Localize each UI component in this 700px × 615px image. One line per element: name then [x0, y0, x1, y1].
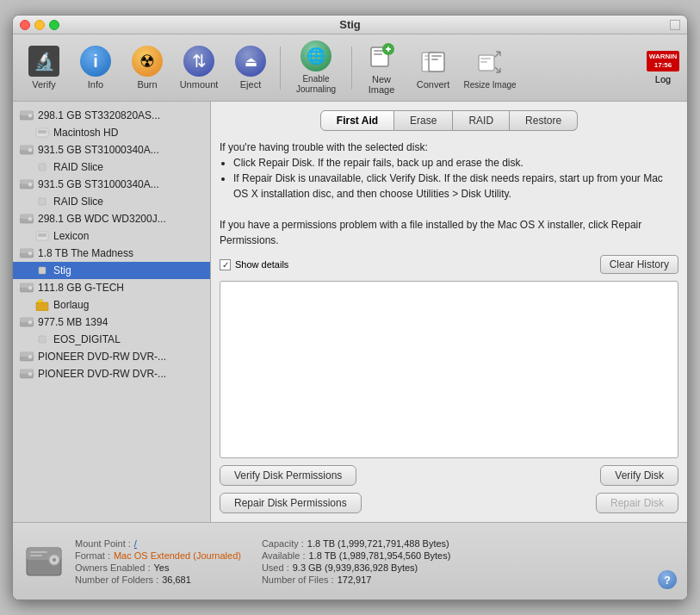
available-val: 1.8 TB (1,989,781,954,560 Bytes): [308, 550, 450, 561]
maximize-button[interactable]: [49, 20, 59, 30]
sidebar-item-label-raid-slice-1: RAID Slice: [53, 161, 103, 173]
verify-button[interactable]: 🔬 Verify: [20, 42, 68, 93]
svg-rect-55: [30, 551, 47, 553]
tab-restore[interactable]: Restore: [510, 110, 578, 131]
svg-point-35: [28, 252, 33, 256]
sidebar-item-disk6[interactable]: 977.5 MB 1394: [13, 314, 210, 331]
sidebar-item-icon-stig: [35, 264, 49, 277]
sidebar-item-icon-disk3: [20, 177, 34, 191]
log-badge: WARNIN17:56: [647, 51, 679, 72]
enable-journaling-icon: 🌐: [300, 40, 331, 71]
mount-point-row: Mount Point : /: [75, 538, 241, 549]
sidebar-item-disk2[interactable]: 931.5 GB ST31000340A...: [13, 141, 210, 158]
help-button[interactable]: ?: [658, 570, 677, 589]
available-key: Available :: [262, 550, 306, 561]
files-val: 172,917: [338, 575, 372, 585]
svg-rect-11: [431, 59, 438, 60]
sidebar-item-icon-eos-digital: [35, 332, 49, 346]
enable-journaling-button[interactable]: 🌐 Enable Journaling: [286, 37, 346, 98]
sidebar-item-label-borlaug: Borlaug: [53, 299, 89, 311]
eject-button[interactable]: ⏏ Eject: [226, 42, 275, 93]
show-details-checkbox[interactable]: ✓: [220, 259, 231, 270]
info-bar: Mount Point : / Format : Mac OS Extended…: [13, 522, 687, 599]
folders-key: Number of Folders :: [75, 575, 158, 585]
files-row: Number of Files : 172,917: [262, 575, 450, 585]
sidebar-item-label-disk2: 931.5 GB ST31000340A...: [38, 144, 159, 156]
tab-bar: First Aid Erase RAID Restore: [220, 110, 678, 131]
sidebar-item-icon-disk1: [20, 109, 34, 122]
svg-rect-10: [431, 55, 442, 57]
sidebar-item-lexicon[interactable]: Lexicon: [13, 227, 210, 245]
svg-rect-19: [38, 130, 46, 134]
svg-point-50: [28, 372, 33, 376]
tab-erase[interactable]: Erase: [394, 110, 453, 131]
sidebar-item-label-gtech: 111.8 GB G-TECH: [38, 282, 124, 294]
tab-raid[interactable]: RAID: [453, 110, 510, 131]
button-row-bottom: Repair Disk Permissions Repair Disk: [220, 493, 678, 513]
sidebar-item-label-disk5: 1.8 TB The Madness: [38, 247, 133, 259]
sidebar-item-stig[interactable]: Stig: [13, 262, 210, 279]
button-row-top: Verify Disk Permissions Verify Disk: [220, 465, 678, 486]
log-button[interactable]: WARNIN17:56 Log: [646, 51, 680, 85]
info-button[interactable]: i Info: [71, 42, 120, 93]
capacity-val: 1.8 TB (1,999,721,791,488 Bytes): [307, 538, 449, 549]
new-image-button[interactable]: New Image: [357, 37, 406, 98]
sidebar-item-gtech[interactable]: 111.8 GB G-TECH: [13, 279, 210, 296]
sidebar-item-pioneer1[interactable]: PIONEER DVD-RW DVR-...: [13, 348, 210, 365]
window-controls: [20, 20, 59, 30]
verify-disk-button[interactable]: Verify Disk: [600, 465, 678, 486]
svg-rect-13: [480, 58, 491, 59]
close-button[interactable]: [20, 20, 30, 30]
sidebar-item-pioneer2[interactable]: PIONEER DVD-RW DVR-...: [13, 365, 210, 382]
sidebar-item-icon-gtech: [20, 281, 34, 295]
convert-icon: [418, 46, 449, 77]
sidebar-item-label-raid-slice-2: RAID Slice: [53, 196, 103, 208]
used-val: 9.3 GB (9,939,836,928 Bytes): [293, 562, 418, 573]
resize-image-button[interactable]: Resize Image: [461, 43, 519, 93]
unmount-button[interactable]: ⇅ Unmount: [175, 42, 223, 93]
titlebar: Stig: [13, 16, 687, 34]
mount-point-val[interactable]: /: [134, 538, 137, 549]
firstaid-help-text: If you're having trouble with the select…: [220, 140, 678, 248]
owners-key: Owners Enabled :: [75, 562, 150, 573]
sidebar-item-raid-slice-2[interactable]: RAID Slice: [13, 193, 210, 210]
owners-val: Yes: [153, 562, 169, 573]
sidebar-item-disk4[interactable]: 298.1 GB WDC WD3200J...: [13, 210, 210, 227]
format-val: Mac OS Extended (Journaled): [114, 550, 241, 561]
svg-point-30: [28, 217, 33, 221]
used-row: Used : 9.3 GB (9,939,836,928 Bytes): [262, 562, 450, 573]
svg-rect-23: [39, 164, 46, 171]
repair-disk-permissions-button[interactable]: Repair Disk Permissions: [220, 493, 362, 513]
sidebar-item-macintosh-hd[interactable]: Macintosh HD: [13, 124, 210, 141]
info-col-right: Capacity : 1.8 TB (1,999,721,791,488 Byt…: [262, 538, 450, 585]
burn-icon: ☢: [132, 46, 163, 77]
sidebar-item-label-macintosh-hd: Macintosh HD: [53, 127, 118, 139]
svg-rect-36: [39, 267, 46, 274]
sidebar-item-raid-slice-1[interactable]: RAID Slice: [13, 158, 210, 176]
convert-button[interactable]: Convert: [409, 42, 457, 93]
sidebar-item-icon-disk4: [20, 212, 34, 226]
show-details-label: Show details: [235, 259, 288, 270]
minimize-button[interactable]: [34, 20, 45, 30]
show-details-left: ✓ Show details: [220, 259, 288, 270]
verify-disk-permissions-button[interactable]: Verify Disk Permissions: [220, 465, 356, 486]
sidebar-item-icon-raid-slice-1: [35, 160, 49, 174]
sidebar-item-eos-digital[interactable]: EOS_DIGITAL: [13, 331, 210, 348]
resize-image-icon: [474, 47, 505, 78]
burn-button[interactable]: ☢ Burn: [123, 42, 171, 93]
sidebar-item-borlaug[interactable]: Borlaug: [13, 296, 210, 314]
sidebar-item-disk3[interactable]: 931.5 GB ST31000340A...: [13, 176, 210, 193]
sidebar-item-disk5[interactable]: 1.8 TB The Madness: [13, 245, 210, 262]
clear-history-button[interactable]: Clear History: [600, 255, 678, 274]
tab-first-aid[interactable]: First Aid: [320, 110, 394, 131]
toolbar: 🔬 Verify i Info ☢ Burn ⇅ Unmount ⏏ Eject…: [13, 34, 687, 102]
files-key: Number of Files :: [262, 575, 334, 585]
svg-point-17: [28, 114, 33, 118]
sidebar-item-disk1[interactable]: 298.1 GB ST3320820AS...: [13, 107, 210, 124]
capacity-row: Capacity : 1.8 TB (1,999,721,791,488 Byt…: [262, 538, 450, 549]
sidebar-item-label-lexicon: Lexicon: [53, 230, 89, 242]
repair-disk-button[interactable]: Repair Disk: [596, 493, 678, 513]
format-key: Format :: [75, 550, 110, 561]
info-icon: i: [80, 46, 111, 77]
sidebar-item-icon-lexicon: [35, 229, 49, 243]
